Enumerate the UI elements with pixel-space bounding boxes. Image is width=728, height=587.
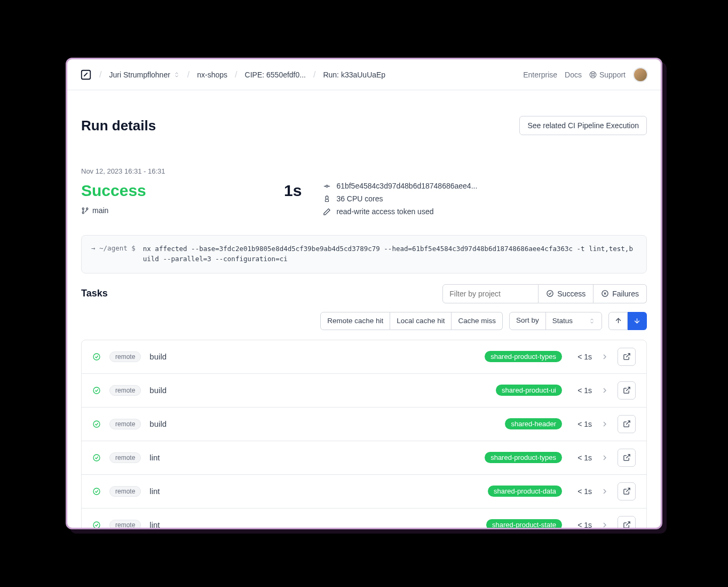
commit-icon <box>323 182 331 190</box>
logo-icon[interactable] <box>80 69 92 81</box>
external-link-icon <box>623 487 631 495</box>
breadcrumb-separator: / <box>187 70 189 80</box>
cache-filter-group: Remote cache hit Local cache hit Cache m… <box>320 312 503 330</box>
task-list: remote build shared-product-types < 1s r… <box>81 340 647 528</box>
check-circle-icon <box>92 487 101 496</box>
sort-select[interactable]: Status <box>546 312 602 330</box>
token-info: read-write access token used <box>336 207 433 216</box>
command-text: nx affected --base=3fdc2e01b9805e8d4d5cf… <box>143 244 637 264</box>
external-link-button[interactable] <box>618 449 636 467</box>
nav-docs[interactable]: Docs <box>565 71 582 79</box>
svg-point-15 <box>93 522 100 528</box>
command-box: → ~/agent $ nx affected --base=3fdc2e01b… <box>81 235 647 273</box>
external-link-icon <box>623 521 631 528</box>
svg-point-12 <box>93 421 100 427</box>
filter-input[interactable] <box>442 284 539 303</box>
external-link-button[interactable] <box>618 381 636 400</box>
breadcrumb-user[interactable]: Juri Strumpflohner <box>109 71 179 79</box>
task-name: build <box>149 386 487 395</box>
task-duration: < 1s <box>571 386 592 395</box>
svg-point-6 <box>326 185 328 187</box>
sort-desc-button[interactable] <box>628 312 647 330</box>
chevron-right-icon <box>600 521 609 528</box>
chevron-right-icon <box>600 453 609 462</box>
check-circle-icon <box>546 289 554 298</box>
task-duration: < 1s <box>571 453 592 462</box>
command-prompt: → ~/agent $ <box>91 244 136 252</box>
breadcrumb-project[interactable]: nx-shops <box>197 71 227 79</box>
arrow-down-icon <box>633 317 641 325</box>
external-link-icon <box>623 453 631 461</box>
task-row[interactable]: remote lint shared-product-types < 1s <box>82 441 646 475</box>
task-name: lint <box>149 487 479 496</box>
breadcrumb-run[interactable]: Run: k33aUuUaEp <box>323 71 385 79</box>
svg-point-10 <box>93 354 100 360</box>
arrow-up-icon <box>614 317 622 325</box>
external-link-button[interactable] <box>618 348 636 366</box>
tasks-title: Tasks <box>81 288 442 299</box>
svg-point-5 <box>86 208 88 209</box>
cache-badge: remote <box>109 520 141 528</box>
commit-hash: 61bf5e4584c3d97d48b6d18748686aee4... <box>336 182 477 190</box>
project-badge: shared-product-state <box>486 519 562 528</box>
filter-success-button[interactable]: Success <box>539 284 594 303</box>
task-row[interactable]: remote build shared-product-ui < 1s <box>82 374 646 408</box>
cache-miss-button[interactable]: Cache miss <box>452 312 503 330</box>
task-row[interactable]: remote build shared-product-types < 1s <box>82 340 646 374</box>
cache-badge: remote <box>109 419 141 429</box>
breadcrumb-cipe[interactable]: CIPE: 6550efdf0... <box>245 71 306 79</box>
filter-failures-button[interactable]: Failures <box>594 284 647 303</box>
see-pipeline-button[interactable]: See related CI Pipeline Execution <box>519 116 647 135</box>
task-name: lint <box>149 520 478 528</box>
svg-point-13 <box>93 455 100 461</box>
page-title: Run details <box>81 118 156 134</box>
check-circle-icon <box>92 386 101 395</box>
external-link-icon <box>623 420 631 428</box>
project-badge: shared-product-types <box>485 351 562 362</box>
project-badge: shared-header <box>505 418 562 429</box>
lifebuoy-icon <box>589 71 597 79</box>
avatar[interactable] <box>633 67 648 82</box>
project-badge: shared-product-types <box>485 452 562 463</box>
project-badge: shared-product-ui <box>496 385 562 396</box>
svg-point-3 <box>82 208 84 209</box>
check-circle-icon <box>92 453 101 462</box>
chevron-right-icon <box>600 353 609 361</box>
breadcrumb-separator: / <box>235 70 237 80</box>
svg-point-7 <box>326 195 328 199</box>
task-name: build <box>149 419 496 428</box>
task-row[interactable]: remote lint shared-product-data < 1s <box>82 475 646 508</box>
cache-local-button[interactable]: Local cache hit <box>390 312 452 330</box>
topbar: / Juri Strumpflohner / nx-shops / CIPE: … <box>67 59 661 90</box>
branch-name: main <box>92 206 108 215</box>
cache-remote-button[interactable]: Remote cache hit <box>320 312 390 330</box>
task-duration: < 1s <box>571 353 592 361</box>
pencil-icon <box>323 208 331 216</box>
check-circle-icon <box>92 420 101 428</box>
external-link-button[interactable] <box>618 415 636 433</box>
cache-badge: remote <box>109 452 141 463</box>
external-link-icon <box>623 386 631 394</box>
cache-badge: remote <box>109 385 141 396</box>
status-label: Success <box>81 182 263 200</box>
external-link-button[interactable] <box>618 482 636 500</box>
external-link-button[interactable] <box>618 516 636 528</box>
nav-support[interactable]: Support <box>589 71 626 79</box>
check-circle-icon <box>92 353 101 361</box>
nav-enterprise[interactable]: Enterprise <box>523 71 557 79</box>
project-badge: shared-product-data <box>488 486 562 497</box>
sort-asc-button[interactable] <box>608 312 628 330</box>
svg-point-14 <box>93 488 100 495</box>
linux-icon <box>323 195 331 203</box>
chevron-right-icon <box>600 386 609 395</box>
cache-badge: remote <box>109 351 141 362</box>
breadcrumb-separator: / <box>99 70 101 80</box>
duration: 1s <box>284 182 302 220</box>
svg-point-2 <box>592 73 595 76</box>
chevron-right-icon <box>600 420 609 428</box>
task-row[interactable]: remote build shared-header < 1s <box>82 408 646 441</box>
task-row[interactable]: remote lint shared-product-state < 1s <box>82 508 646 528</box>
task-duration: < 1s <box>571 420 592 428</box>
breadcrumb-separator: / <box>313 70 315 80</box>
cpu-info: 36 CPU cores <box>336 194 383 203</box>
